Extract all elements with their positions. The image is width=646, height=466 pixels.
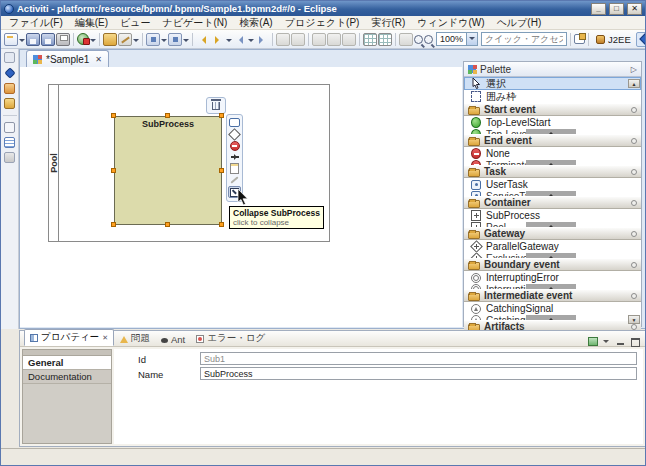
open-perspective-icon[interactable]: [574, 34, 585, 44]
drawer-pin-icon[interactable]: [631, 293, 637, 299]
drawer-scroll-indicator[interactable]: [526, 284, 576, 289]
palette-item-none-end[interactable]: None: [464, 147, 641, 160]
tab-close-icon[interactable]: ✕: [93, 55, 102, 64]
selection-handle-w[interactable]: [111, 168, 116, 173]
palette-item-catchingsignal[interactable]: CatchingSignal: [464, 302, 641, 315]
palette-item-clipped[interactable]: Terminate: [464, 160, 641, 165]
palette-tool-marquee[interactable]: 囲み枠: [464, 90, 641, 103]
navigate-forward-icon[interactable]: [255, 33, 269, 46]
drawer-scroll-indicator[interactable]: [526, 315, 576, 320]
run-dropdown-icon[interactable]: [90, 39, 96, 45]
new-wizard3-icon[interactable]: [168, 33, 182, 46]
annotate-icon[interactable]: [118, 33, 132, 46]
selection-handle-n[interactable]: [165, 113, 170, 118]
forward-history-icon[interactable]: [211, 33, 225, 46]
maximize-button[interactable]: □: [609, 3, 624, 15]
palette-item-subprocess[interactable]: SubProcess: [464, 209, 641, 222]
drawer-pin-icon[interactable]: [631, 169, 637, 175]
new-properties-view-icon[interactable]: [588, 337, 598, 346]
perspective-j2ee-button[interactable]: J2EE: [592, 33, 635, 46]
menu-window[interactable]: ウィンドウ(W): [411, 16, 490, 30]
fit-icon[interactable]: [399, 33, 413, 46]
palette-item-clipped[interactable]: ServiceTask: [464, 191, 641, 196]
menu-search[interactable]: 検索(A): [233, 16, 278, 30]
drawer-scroll-indicator[interactable]: [526, 191, 576, 196]
debug-run-icon[interactable]: [77, 33, 89, 45]
window-view-icon[interactable]: [4, 122, 15, 133]
create-gateway-icon[interactable]: [229, 129, 240, 139]
menu-edit[interactable]: 編集(E): [69, 16, 114, 30]
palette-item-clipped[interactable]: InterruptingSignal: [464, 284, 641, 289]
maximize-view-icon[interactable]: [630, 337, 640, 346]
drawer-pin-icon[interactable]: [631, 138, 637, 144]
distribute-icon[interactable]: [342, 33, 356, 46]
section-general[interactable]: General: [23, 356, 111, 370]
outline-view-icon[interactable]: [4, 137, 15, 148]
activiti-diagram-icon[interactable]: [4, 67, 15, 78]
back-dropdown-icon[interactable]: [248, 39, 254, 45]
diagram-canvas[interactable]: Pool SubProcess Co: [20, 67, 462, 327]
navigate-back-icon[interactable]: [233, 33, 247, 46]
id-field-input[interactable]: [200, 352, 637, 365]
zoom-combo-dropdown-icon[interactable]: [466, 33, 477, 45]
palette-item-clipped[interactable]: ExclusiveGateway: [464, 253, 641, 258]
drawer-scroll-indicator[interactable]: [526, 160, 576, 165]
edit-icon[interactable]: [229, 175, 240, 185]
menu-project[interactable]: プロジェクト(P): [279, 16, 366, 30]
section-documentation[interactable]: Documentation: [23, 370, 111, 384]
subprocess-shape[interactable]: SubProcess: [114, 116, 222, 225]
new-wizard2-icon[interactable]: [146, 33, 160, 46]
menu-help[interactable]: ヘルプ(H): [491, 16, 548, 30]
selection-handle-sw[interactable]: [111, 222, 116, 227]
drawer-pin-icon[interactable]: [631, 324, 637, 330]
name-field-input[interactable]: [200, 367, 637, 380]
create-connection-icon[interactable]: [229, 152, 240, 162]
drawer-scroll-indicator[interactable]: [526, 222, 576, 227]
back-history-icon[interactable]: [196, 33, 210, 46]
minimize-button[interactable]: _: [591, 3, 606, 15]
selection-handle-s[interactable]: [165, 222, 170, 227]
palette-scroll-down-button[interactable]: ▼: [628, 315, 640, 324]
menu-file[interactable]: ファイル(F): [3, 16, 69, 30]
editor-tab-sample1[interactable]: *Sample1 ✕: [26, 50, 109, 67]
align-icon[interactable]: [312, 33, 326, 46]
open-folder-icon[interactable]: [103, 33, 117, 46]
palette-group-start-event[interactable]: Start event: [464, 103, 641, 116]
zoom-in-icon[interactable]: [424, 35, 433, 44]
drawer-pin-icon[interactable]: [631, 262, 637, 268]
drawer-scroll-indicator[interactable]: [526, 253, 576, 258]
print-icon[interactable]: [56, 33, 70, 46]
drawer-pin-icon[interactable]: [631, 231, 637, 237]
save-all-icon[interactable]: [41, 33, 55, 46]
forward-dropdown-icon[interactable]: [226, 39, 232, 45]
drawer-scroll-indicator[interactable]: [526, 129, 576, 134]
wizard2-dropdown-icon[interactable]: [183, 39, 189, 45]
create-annotation-icon[interactable]: [229, 163, 240, 173]
quick-access-input[interactable]: [481, 32, 567, 46]
wizard-dropdown-icon[interactable]: [161, 39, 167, 45]
perspective-activiti-button[interactable]: Activiti: [636, 32, 646, 47]
new-dropdown-icon[interactable]: [19, 39, 25, 45]
create-task-icon[interactable]: [229, 118, 240, 128]
view-menu-icon[interactable]: [602, 337, 612, 346]
palette-group-container[interactable]: Container: [464, 196, 641, 209]
create-end-event-icon[interactable]: [229, 141, 240, 151]
menu-navigate[interactable]: ナビゲート(N): [157, 16, 234, 30]
layers-view-icon[interactable]: [4, 152, 15, 163]
snap-icon[interactable]: [378, 33, 392, 46]
palette-header[interactable]: Palette ▷: [464, 62, 641, 77]
palette-item-toplevelstart[interactable]: Top-LevelStart: [464, 116, 641, 129]
tab-properties[interactable]: プロパティー ✕: [24, 329, 114, 346]
new-wizard-icon[interactable]: [4, 33, 18, 46]
tab-ant[interactable]: Ant: [156, 333, 190, 346]
view-close-icon[interactable]: ✕: [102, 334, 108, 342]
palette-group-task[interactable]: Task: [464, 165, 641, 178]
paste-icon[interactable]: [291, 33, 305, 46]
grid-icon[interactable]: [363, 33, 377, 46]
selection-handle-se[interactable]: [219, 222, 224, 227]
minimize-view-icon[interactable]: [616, 337, 626, 346]
zoom-out-icon[interactable]: [414, 35, 423, 44]
palette-shortcut-icon[interactable]: [4, 83, 15, 94]
copy-icon[interactable]: [276, 33, 290, 46]
zoom-level-combo[interactable]: 100%: [436, 32, 478, 46]
